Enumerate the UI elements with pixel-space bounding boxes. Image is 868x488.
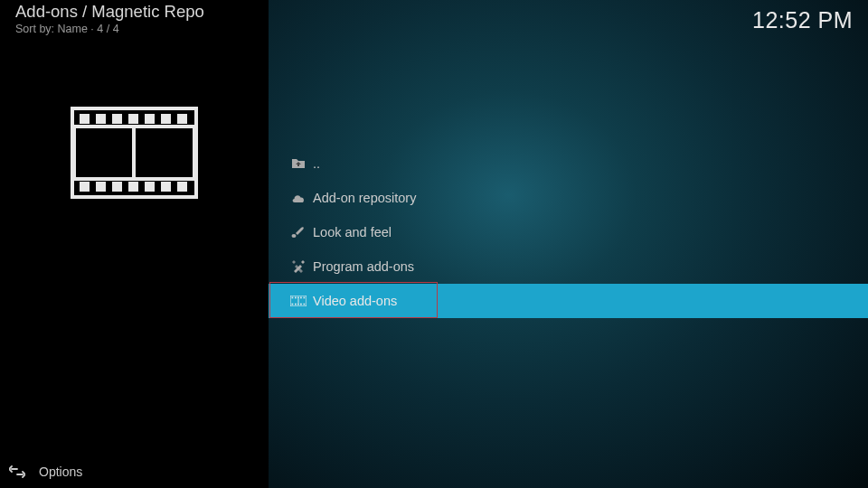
footer-label: Options	[39, 465, 82, 479]
svg-rect-20	[295, 297, 297, 299]
svg-rect-8	[80, 182, 90, 192]
list-item-label: Look and feel	[313, 225, 392, 239]
list-item-program-addons[interactable]: Program add-ons	[269, 249, 868, 284]
list-item-look-and-feel[interactable]: Look and feel	[269, 215, 868, 249]
list-item-parent[interactable]: ..	[269, 146, 868, 181]
svg-rect-24	[292, 304, 294, 305]
svg-rect-6	[161, 114, 171, 124]
main-panel: 12:52 PM .. Add-on repository	[269, 0, 868, 488]
folder-up-icon	[284, 157, 313, 170]
svg-rect-4	[128, 114, 138, 124]
svg-rect-12	[145, 182, 155, 192]
svg-rect-22	[300, 297, 302, 299]
tools-icon	[284, 259, 313, 274]
svg-rect-28	[304, 304, 306, 305]
svg-rect-19	[292, 297, 294, 299]
svg-rect-3	[112, 114, 122, 124]
list-item-label: Program add-ons	[313, 259, 414, 274]
svg-point-17	[292, 234, 297, 238]
svg-rect-27	[300, 304, 302, 305]
svg-rect-9	[96, 182, 106, 192]
list-item-label: Add-on repository	[313, 191, 416, 205]
list-item-label: ..	[313, 156, 320, 171]
svg-rect-26	[297, 304, 299, 305]
svg-rect-21	[297, 297, 299, 299]
category-preview-icon	[71, 107, 198, 202]
clock: 12:52 PM	[752, 7, 853, 33]
list-item-video-addons[interactable]: Video add-ons	[269, 284, 868, 318]
svg-rect-23	[304, 297, 306, 299]
svg-rect-1	[80, 114, 90, 124]
sort-info: Sort by: Name · 4 / 4	[15, 23, 119, 35]
breadcrumb: Add-ons / Magnetic Repo	[15, 2, 204, 22]
sidebar: Add-ons / Magnetic Repo Sort by: Name · …	[0, 0, 269, 488]
svg-rect-13	[161, 182, 171, 192]
footer-options[interactable]: Options	[0, 455, 269, 488]
list-item-label: Video add-ons	[313, 294, 397, 308]
options-icon	[9, 465, 25, 479]
svg-rect-5	[145, 114, 155, 124]
svg-rect-11	[128, 182, 138, 192]
paint-icon	[284, 226, 313, 239]
film-icon	[284, 296, 313, 306]
list-item-addon-repository[interactable]: Add-on repository	[269, 181, 868, 215]
cloud-icon	[284, 192, 313, 203]
svg-rect-25	[295, 304, 297, 305]
addon-list: .. Add-on repository Look and feel	[269, 146, 868, 318]
svg-rect-10	[112, 182, 122, 192]
svg-rect-14	[177, 182, 187, 192]
svg-rect-2	[96, 114, 106, 124]
svg-rect-7	[177, 114, 187, 124]
